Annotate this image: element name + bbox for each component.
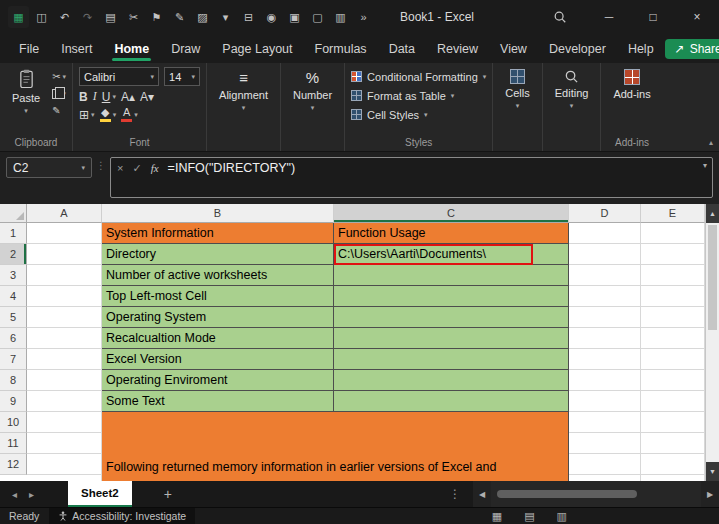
expand-formula-bar-icon[interactable]: ▾ (703, 161, 707, 170)
cell-A2[interactable] (27, 244, 102, 265)
tab-file[interactable]: File (8, 34, 50, 63)
font-family-select[interactable]: Calibri▾ (79, 67, 159, 86)
tab-review[interactable]: Review (426, 34, 489, 63)
cell-D1[interactable] (569, 223, 641, 244)
formula-input[interactable]: × ✓ fx =INFO("DIRECTORY") ▾ (110, 157, 713, 198)
cell-E1[interactable] (641, 223, 705, 244)
cell-C8[interactable] (334, 370, 569, 391)
cell-C1[interactable]: Function Usage (334, 223, 569, 244)
underline-button[interactable]: U▾ (102, 90, 116, 104)
increase-font-button[interactable]: A▴ (121, 90, 135, 104)
cell-C4[interactable] (334, 286, 569, 307)
row-header-10[interactable]: 10 (0, 412, 27, 433)
cell-E7[interactable] (641, 349, 705, 370)
vertical-scrollbar[interactable]: ▲ ▼ (705, 204, 719, 481)
column-header-d[interactable]: D (569, 204, 641, 223)
format-as-table-button[interactable]: Format as Table▾ (351, 86, 454, 105)
italic-button[interactable]: I (93, 89, 97, 104)
printer-icon[interactable]: ⊟ (238, 6, 259, 28)
cell-E8[interactable] (641, 370, 705, 391)
merged-note-cell[interactable]: Following returned memory information in… (102, 412, 569, 481)
column-header-b[interactable]: B (102, 204, 334, 223)
decrease-font-button[interactable]: A▾ (140, 90, 154, 104)
cell-C6[interactable] (334, 328, 569, 349)
cell-A3[interactable] (27, 265, 102, 286)
cell-A6[interactable] (27, 328, 102, 349)
next-sheet-icon[interactable]: ▸ (23, 489, 40, 500)
cell-C3[interactable] (334, 265, 569, 286)
cells-button[interactable]: Cells ▾ (499, 67, 535, 112)
cancel-entry-icon[interactable]: × (117, 160, 123, 174)
cell-A4[interactable] (27, 286, 102, 307)
cell-D2[interactable] (569, 244, 641, 265)
column-header-a[interactable]: A (27, 204, 102, 223)
redo-icon[interactable]: ↷ (77, 6, 98, 28)
font-color-button[interactable]: A▾ (121, 107, 138, 122)
scroll-left-icon[interactable]: ◀ (473, 481, 491, 507)
row-header-4[interactable]: 4 (0, 286, 27, 307)
notes-icon[interactable]: ▥ (330, 6, 351, 28)
document-icon[interactable]: ▢ (307, 6, 328, 28)
scroll-down-icon[interactable]: ▼ (706, 462, 719, 481)
cut-icon[interactable]: ✂ (123, 6, 144, 28)
highlighter-icon[interactable]: ▨ (192, 6, 213, 28)
footer-column-d[interactable] (569, 412, 641, 481)
alignment-button[interactable]: ≡ Alignment ▾ (213, 67, 274, 114)
editing-button[interactable]: Editing ▾ (549, 67, 595, 112)
cell-E2[interactable] (641, 244, 705, 265)
cell-D7[interactable] (569, 349, 641, 370)
excel-app-icon[interactable]: ▦ (8, 6, 29, 28)
cell-E3[interactable] (641, 265, 705, 286)
cell-B6[interactable]: Recalcualtion Mode (102, 328, 334, 349)
normal-view-icon[interactable]: ▦ (492, 510, 502, 523)
confirm-entry-icon[interactable]: ✓ (132, 160, 141, 175)
row-header-12[interactable]: 12 (0, 454, 27, 475)
cell-C9[interactable] (334, 391, 569, 412)
cell-D9[interactable] (569, 391, 641, 412)
row-header-11[interactable]: 11 (0, 433, 27, 454)
add-sheet-button[interactable]: + (164, 486, 172, 502)
cell-A1[interactable] (27, 223, 102, 244)
tab-page-layout[interactable]: Page Layout (211, 34, 303, 63)
paste-button[interactable]: Paste ▾ (6, 67, 46, 117)
column-header-c[interactable]: C (334, 204, 569, 223)
stamp-icon[interactable]: ◉ (261, 6, 282, 28)
cell-E9[interactable] (641, 391, 705, 412)
cell-B5[interactable]: Operating System (102, 307, 334, 328)
tab-developer[interactable]: Developer (538, 34, 617, 63)
tab-home[interactable]: Home (103, 34, 160, 63)
row-header-1[interactable]: 1 (0, 223, 27, 244)
tab-data[interactable]: Data (378, 34, 426, 63)
cell-D6[interactable] (569, 328, 641, 349)
scroll-up-icon[interactable]: ▲ (706, 204, 719, 223)
cell-E4[interactable] (641, 286, 705, 307)
cell-B7[interactable]: Excel Version (102, 349, 334, 370)
page-layout-view-icon[interactable]: ▤ (524, 510, 534, 523)
cell-B3[interactable]: Number of active worksheets (102, 265, 334, 286)
row-header-3[interactable]: 3 (0, 265, 27, 286)
minimize-button[interactable]: ─ (587, 0, 631, 34)
tab-help[interactable]: Help (617, 34, 665, 63)
accessibility-status[interactable]: Accessibility: Investigate (49, 508, 195, 524)
maximize-button[interactable]: □ (631, 0, 675, 34)
cell-D5[interactable] (569, 307, 641, 328)
number-button[interactable]: % Number ▾ (287, 67, 338, 114)
workbook-icon[interactable]: ▤ (100, 6, 121, 28)
name-box[interactable]: C2 ▾ (6, 157, 92, 178)
font-size-select[interactable]: 14▾ (164, 67, 200, 86)
addins-button[interactable]: Add-ins (607, 67, 656, 102)
tab-formulas[interactable]: Formulas (304, 34, 378, 63)
sheet-options-icon[interactable]: ⋮ (437, 487, 473, 501)
save-icon[interactable]: ◫ (31, 6, 52, 28)
row-header-9[interactable]: 9 (0, 391, 27, 412)
more-commands-icon[interactable]: ▾ (215, 6, 236, 28)
cell-B8[interactable]: Operating Enviroment (102, 370, 334, 391)
flag-icon[interactable]: ⚑ (146, 6, 167, 28)
tab-draw[interactable]: Draw (160, 34, 211, 63)
fill-color-button[interactable]: ◆▾ (100, 107, 117, 122)
collapse-ribbon-icon[interactable]: ▴ (709, 138, 713, 147)
horizontal-scrollbar[interactable] (491, 481, 701, 507)
cell-B4[interactable]: Top Left-most Cell (102, 286, 334, 307)
horizontal-scroll-thumb[interactable] (497, 490, 637, 498)
close-button[interactable]: × (675, 0, 719, 34)
